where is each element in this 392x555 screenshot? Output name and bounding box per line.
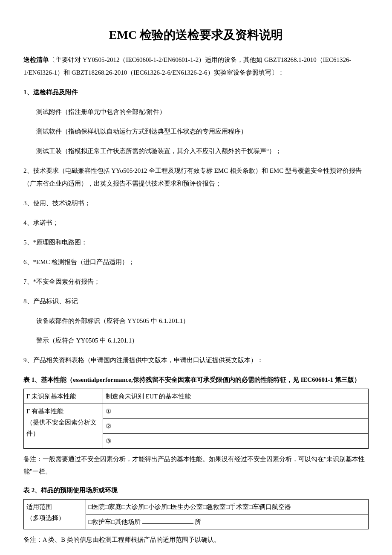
t1-r2a: ① [103,404,369,418]
table-2: 适用范围（多项选择） □医院□家庭□大诊所□小诊所□医生办公室□急救室□手术室□… [23,499,369,529]
t1-r2c1: Γ 有基本性能（提供不安全因素分析文件） [24,404,103,448]
item-6: 6、*EMC 检测报告（进口产品适用）； [23,256,369,268]
intro-paragraph: 送检清单〔主要针对 YY0505-2012（IEC6060I-1-2/EN606… [23,53,369,79]
t1-r1c2: 制造商未识别 EUT 的基本性能 [103,389,369,404]
item-1c: 测试工装（指模拟正常工作状态所需的试验装置，其介入不应引入额外的干扰噪声°）； [23,145,369,157]
item-1a: 测试附件（指注册单元中包含的全部配/附件） [23,105,369,118]
table1-note: 备注：一般需要通过不安全因素分析，才能得出产品的基本性能。如果没有经过不安全因素… [23,453,369,478]
table2-heading: 表 2、样品的预期使用场所或环境 [23,484,369,497]
t2-r1c2a: □医院□家庭□大诊所□小诊所□医生办公室□急救室□手术室□车辆口航空器 [86,500,368,514]
item-8b: 警示（应符合 YY0505 中 6.1.201.1） [23,334,369,347]
table2-note: 备注：A 类、B 类的信息由检测工程师根据产品的适用范围予以确认。 [23,534,369,546]
table3-heading: 表 3、样品信息 [23,552,369,555]
item-1b: 测试软件（指确保样机以自动运行方式到达典型工作状态的专用应用程序） [23,125,369,138]
t2-r1c1: 适用范围（多项选择） [24,500,86,529]
item-1: 1、送检样品及附件 [23,86,369,99]
item-3: 3、使用、技术说明书； [23,197,369,209]
t1-r2b: ② [103,418,369,433]
table1-heading: 表 1、基本性能（essentialperformance,保持残留不安全因素在… [23,373,369,386]
blank-line [142,517,193,524]
t1-r1c1: Γ 未识别基本性能 [24,389,103,404]
t1-r2c: ③ [103,434,369,449]
page-title: EMC 检验的送检要求及资料说明 [23,26,369,45]
item-5: 5、*原理图和电路图； [23,236,369,249]
item-9: 9、产品相关资料表格（申请国内注册提供中文版本，申请出口认证提供英文版本）： [23,354,369,366]
table-1: Γ 未识别基本性能 制造商未识别 EUT 的基本性能 Γ 有基本性能（提供不安全… [23,389,369,449]
item-7: 7、*不安全因素分析报告； [23,275,369,288]
item-4: 4、承诺书； [23,216,369,229]
t2-r1c2b: □救护车□其他场所 所 [86,514,368,529]
item-8: 8、产品标识、标记 [23,295,369,308]
item-2: 2、技术要求（电磁兼容性包括 YYo505·2012 全工程及现行有效专标 EM… [23,164,369,190]
item-8a: 设备或部件的外部标识（应符合 YY0505 中 6.1.201.1） [23,314,369,327]
